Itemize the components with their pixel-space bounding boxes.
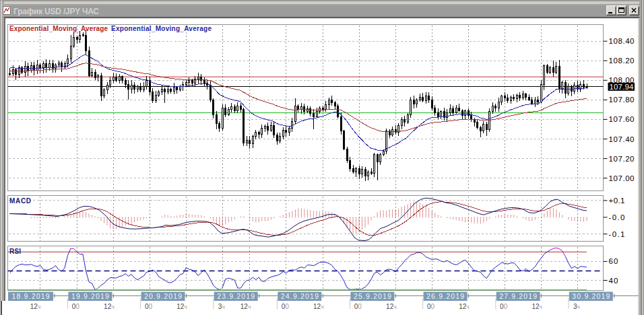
svg-text:RSI: RSI [9,248,21,255]
svg-text:12ч: 12ч [30,303,41,310]
svg-text:Exponential_Moving_Average: Exponential_Moving_Average [111,25,212,32]
svg-text:107.20: 107.20 [609,155,635,163]
svg-text:40: 40 [609,277,618,285]
svg-text:00: 00 [72,303,80,310]
svg-text:12ч: 12ч [386,303,397,310]
svg-text:12ч: 12ч [532,303,542,310]
svg-text:12ч: 12ч [176,303,187,310]
svg-text:00: 00 [427,303,435,310]
svg-text:107.94: 107.94 [610,83,635,91]
svg-text:MACD: MACD [9,197,31,205]
svg-text:108.20: 108.20 [609,57,635,65]
svg-text:00: 00 [500,303,508,310]
svg-text:00: 00 [145,303,153,310]
svg-text:107.60: 107.60 [609,115,635,123]
svg-text:12ч: 12ч [459,303,470,310]
svg-text:12ч: 12ч [313,303,324,310]
svg-text:108.40: 108.40 [609,37,635,45]
svg-text:12ч: 12ч [104,303,115,310]
svg-text:График USD /JPY ЧАС: График USD /JPY ЧАС [13,7,99,16]
svg-text:107.40: 107.40 [609,135,635,143]
svg-text:107.00: 107.00 [609,174,635,182]
svg-text:3ч: 3ч [573,303,580,310]
svg-text:+0.1: +0.1 [609,197,625,205]
svg-text:60: 60 [609,257,618,265]
svg-text:Exponential_Moving_Average: Exponential_Moving_Average [9,25,108,32]
svg-text:00: 00 [282,303,290,310]
svg-text:12ч: 12ч [240,303,251,310]
svg-text:00: 00 [354,303,362,310]
svg-text:3ч: 3ч [218,303,225,310]
svg-text:107.80: 107.80 [609,96,635,104]
